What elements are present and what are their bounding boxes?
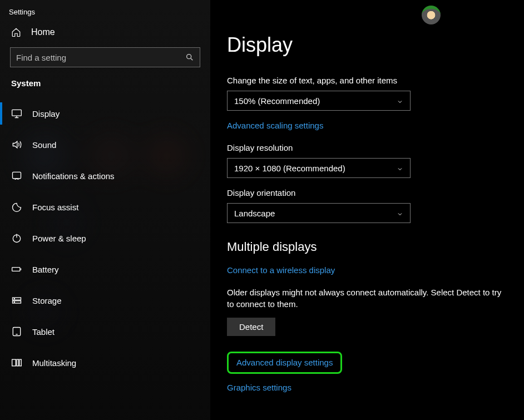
orientation-select[interactable]: Landscape xyxy=(227,203,411,223)
detect-button[interactable]: Detect xyxy=(227,318,275,336)
orientation-label: Display orientation xyxy=(227,188,507,197)
graphics-settings-link[interactable]: Graphics settings xyxy=(227,383,291,392)
sidebar-item-display[interactable]: Display xyxy=(0,98,210,129)
scale-select[interactable]: 150% (Recommended) xyxy=(227,91,411,111)
sound-icon xyxy=(11,139,22,150)
sidebar-item-notifications[interactable]: Notifications & actions xyxy=(0,160,210,191)
category-label: System xyxy=(0,78,210,98)
chevron-down-icon xyxy=(397,210,403,216)
svg-point-0 xyxy=(187,55,191,59)
notifications-icon xyxy=(11,170,22,181)
power-icon xyxy=(11,233,22,244)
home-icon xyxy=(11,27,21,37)
detect-description: Older displays might not always connect … xyxy=(227,286,507,310)
resolution-select[interactable]: 1920 × 1080 (Recommended) xyxy=(227,158,411,178)
sidebar-item-focus-assist[interactable]: Focus assist xyxy=(0,191,210,223)
search-field[interactable] xyxy=(16,53,185,62)
svg-rect-4 xyxy=(12,268,20,271)
focus-assist-icon xyxy=(11,201,22,213)
sidebar-item-power-sleep[interactable]: Power & sleep xyxy=(0,223,210,254)
svg-rect-10 xyxy=(12,359,16,366)
sidebar-item-label: Focus assist xyxy=(32,202,78,212)
sidebar-item-label: Multitasking xyxy=(32,358,76,368)
advanced-display-link[interactable]: Advanced display settings xyxy=(236,358,333,367)
display-icon xyxy=(11,108,22,119)
sidebar-item-storage[interactable]: Storage xyxy=(0,285,210,316)
search-icon xyxy=(185,53,194,62)
advanced-display-highlight: Advanced display settings xyxy=(227,352,342,374)
resolution-label: Display resolution xyxy=(227,143,507,152)
sidebar-item-label: Tablet xyxy=(32,327,55,337)
advanced-scaling-link[interactable]: Advanced scaling settings xyxy=(227,121,323,130)
multiple-displays-title: Multiple displays xyxy=(227,240,507,254)
sidebar-item-multitasking[interactable]: Multitasking xyxy=(0,347,210,378)
search-input[interactable] xyxy=(10,47,200,67)
sidebar-item-label: Battery xyxy=(32,265,59,274)
page-title: Display xyxy=(227,33,507,57)
sidebar-item-tablet[interactable]: Tablet xyxy=(0,316,210,347)
sidebar-item-sound[interactable]: Sound xyxy=(0,129,210,160)
multitasking-icon xyxy=(11,357,22,368)
sidebar-item-label: Sound xyxy=(32,140,56,150)
storage-icon xyxy=(11,295,22,306)
battery-icon xyxy=(11,264,22,275)
connect-wireless-link[interactable]: Connect to a wireless display xyxy=(227,265,335,275)
svg-point-8 xyxy=(14,302,14,302)
svg-rect-1 xyxy=(12,110,22,116)
sidebar-item-label: Storage xyxy=(32,296,62,305)
tablet-icon xyxy=(11,326,22,337)
home-button[interactable]: Home xyxy=(0,22,210,47)
sidebar-item-label: Display xyxy=(32,109,60,118)
chevron-down-icon xyxy=(397,165,403,171)
window-title: Settings xyxy=(0,0,210,22)
avatar xyxy=(422,6,441,24)
svg-point-7 xyxy=(14,299,14,299)
sidebar-item-label: Notifications & actions xyxy=(32,171,115,181)
scale-label: Change the size of text, apps, and other… xyxy=(227,76,507,85)
svg-rect-11 xyxy=(17,359,18,366)
orientation-value: Landscape xyxy=(234,209,275,218)
scale-value: 150% (Recommended) xyxy=(234,96,320,106)
sidebar-item-label: Power & sleep xyxy=(32,234,86,243)
svg-rect-12 xyxy=(19,359,21,366)
home-label: Home xyxy=(31,27,55,37)
chevron-down-icon xyxy=(397,97,403,104)
sidebar-item-battery[interactable]: Battery xyxy=(0,254,210,285)
resolution-value: 1920 × 1080 (Recommended) xyxy=(234,164,345,173)
svg-rect-2 xyxy=(13,172,21,179)
